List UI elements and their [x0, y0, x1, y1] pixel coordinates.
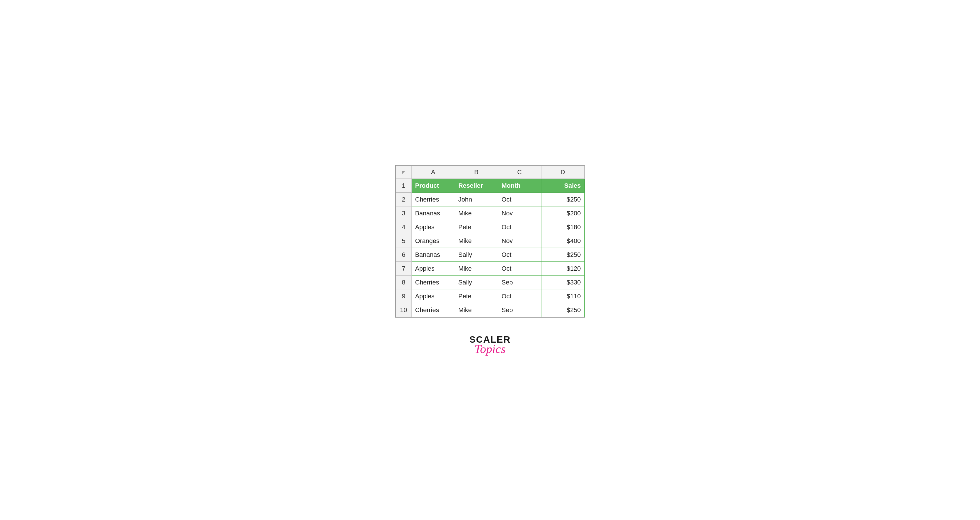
cell-row5-colD[interactable]: $400 [541, 234, 584, 248]
spreadsheet-wrapper: A B C D 1ProductResellerMonthSales2Cherr… [395, 165, 585, 317]
cell-row6-colC[interactable]: Oct [498, 248, 541, 262]
col-header-A: A [412, 166, 455, 179]
row-header-10: 10 [396, 303, 412, 317]
header-row: 1ProductResellerMonthSales [396, 179, 584, 193]
cell-row6-colB[interactable]: Sally [455, 248, 498, 262]
spreadsheet-table: A B C D 1ProductResellerMonthSales2Cherr… [396, 166, 585, 317]
cell-row8-colD[interactable]: $330 [541, 276, 584, 289]
cell-row2-colD[interactable]: $250 [541, 193, 584, 206]
row-header-1: 1 [396, 179, 412, 193]
cell-row4-colC[interactable]: Oct [498, 220, 541, 234]
cell-row1-colA[interactable]: Product [412, 179, 455, 193]
cell-row8-colA[interactable]: Cherries [412, 276, 455, 289]
row-header-5: 5 [396, 234, 412, 248]
data-row: 8CherriesSallySep$330 [396, 276, 584, 289]
corner-cell [396, 166, 412, 179]
main-container: A B C D 1ProductResellerMonthSales2Cherr… [383, 154, 597, 366]
cell-row10-colB[interactable]: Mike [455, 303, 498, 317]
cell-row2-colC[interactable]: Oct [498, 193, 541, 206]
col-header-C: C [498, 166, 541, 179]
column-header-row: A B C D [396, 166, 584, 179]
logo-container: SCALER Topics [469, 335, 511, 355]
cell-row2-colB[interactable]: John [455, 193, 498, 206]
cell-row3-colD[interactable]: $200 [541, 206, 584, 220]
cell-row6-colA[interactable]: Bananas [412, 248, 455, 262]
col-header-D: D [541, 166, 584, 179]
data-row: 9ApplesPeteOct$110 [396, 289, 584, 303]
cell-row9-colD[interactable]: $110 [541, 289, 584, 303]
row-header-9: 9 [396, 289, 412, 303]
cell-row3-colC[interactable]: Nov [498, 206, 541, 220]
data-row: 2CherriesJohnOct$250 [396, 193, 584, 206]
cell-row5-colC[interactable]: Nov [498, 234, 541, 248]
cell-row2-colA[interactable]: Cherries [412, 193, 455, 206]
cell-row5-colB[interactable]: Mike [455, 234, 498, 248]
cell-row1-colB[interactable]: Reseller [455, 179, 498, 193]
row-header-2: 2 [396, 193, 412, 206]
cell-row4-colA[interactable]: Apples [412, 220, 455, 234]
cell-row4-colB[interactable]: Pete [455, 220, 498, 234]
cell-row10-colC[interactable]: Sep [498, 303, 541, 317]
cell-row3-colA[interactable]: Bananas [412, 206, 455, 220]
row-header-8: 8 [396, 276, 412, 289]
cell-row7-colA[interactable]: Apples [412, 262, 455, 276]
row-header-6: 6 [396, 248, 412, 262]
data-row: 4ApplesPeteOct$180 [396, 220, 584, 234]
logo-topics-text: Topics [474, 343, 506, 355]
cell-row10-colA[interactable]: Cherries [412, 303, 455, 317]
cell-row8-colB[interactable]: Sally [455, 276, 498, 289]
row-header-3: 3 [396, 206, 412, 220]
cell-row1-colC[interactable]: Month [498, 179, 541, 193]
cell-row8-colC[interactable]: Sep [498, 276, 541, 289]
cell-row10-colD[interactable]: $250 [541, 303, 584, 317]
cell-row5-colA[interactable]: Oranges [412, 234, 455, 248]
cell-row3-colB[interactable]: Mike [455, 206, 498, 220]
row-header-7: 7 [396, 262, 412, 276]
cell-row1-colD[interactable]: Sales [541, 179, 584, 193]
cell-row6-colD[interactable]: $250 [541, 248, 584, 262]
data-row: 6BananasSallyOct$250 [396, 248, 584, 262]
data-row: 10CherriesMikeSep$250 [396, 303, 584, 317]
col-header-B: B [455, 166, 498, 179]
cell-row7-colB[interactable]: Mike [455, 262, 498, 276]
cell-row7-colC[interactable]: Oct [498, 262, 541, 276]
cell-row7-colD[interactable]: $120 [541, 262, 584, 276]
cell-row9-colB[interactable]: Pete [455, 289, 498, 303]
cell-row9-colC[interactable]: Oct [498, 289, 541, 303]
row-header-4: 4 [396, 220, 412, 234]
data-row: 3BananasMikeNov$200 [396, 206, 584, 220]
cell-row9-colA[interactable]: Apples [412, 289, 455, 303]
data-row: 5OrangesMikeNov$400 [396, 234, 584, 248]
data-row: 7ApplesMikeOct$120 [396, 262, 584, 276]
cell-row4-colD[interactable]: $180 [541, 220, 584, 234]
